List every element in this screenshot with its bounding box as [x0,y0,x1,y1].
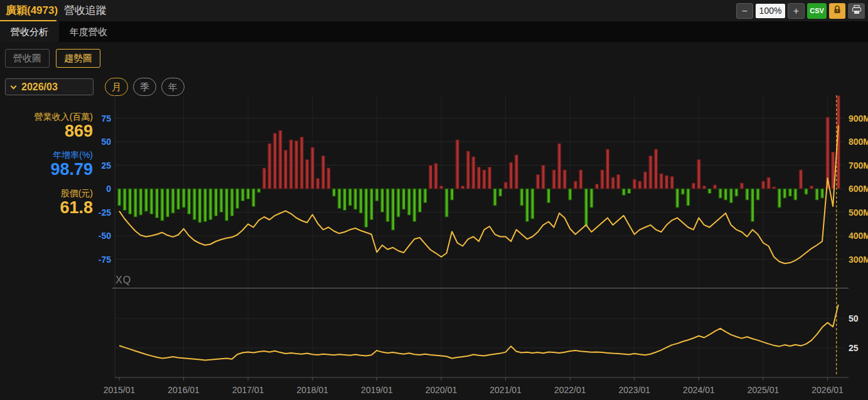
bar-negative [193,189,196,220]
right-axis-labels: 900M800M700M600M500M400M300M [849,113,868,265]
bar-negative [687,189,690,206]
bar-positive [773,187,776,189]
svg-text:2020/01: 2020/01 [426,385,458,395]
svg-text:-50: -50 [99,231,111,241]
svg-text:2022/01: 2022/01 [554,385,586,395]
bar-negative [252,189,255,207]
svg-text:500M: 500M [849,208,868,218]
svg-text:300M: 300M [849,255,868,265]
bar-positive [713,185,716,189]
bar-positive [295,141,298,189]
bar-negative [176,189,179,209]
bar-negative [117,189,121,206]
bar-positive [761,181,764,189]
bar-negative [203,189,206,222]
svg-text:25: 25 [849,343,859,353]
bar-positive [316,179,319,189]
bar-positive [702,186,705,189]
bar-positive [638,181,641,189]
svg-text:50: 50 [101,137,111,147]
bar-positive [660,174,663,189]
bar-negative [622,189,625,196]
bar-positive [579,170,582,189]
bar-positive [606,149,609,189]
bar-positive [510,162,513,189]
bar-positive [268,144,271,189]
bar-positive [654,149,657,189]
bar-positive [767,177,770,189]
svg-text:2016/01: 2016/01 [168,385,200,395]
svg-text:2023/01: 2023/01 [618,385,650,395]
svg-text:2025/01: 2025/01 [747,385,780,395]
bar-negative [402,189,405,209]
bar-negative [746,189,749,200]
svg-text:2021/01: 2021/01 [490,385,522,395]
bar-negative [424,189,427,203]
bar-negative [161,189,164,221]
bar-negative [380,189,383,213]
bar-negative [171,189,174,213]
bar-positive [300,137,303,189]
bar-positive [327,168,330,189]
bar-negative [155,189,158,218]
bar-positive [456,140,459,189]
bar-positive [279,130,282,189]
bar-negative [735,189,738,196]
bar-negative [820,189,823,198]
bar-negative [708,189,711,194]
bar-negative [778,189,781,208]
bar-negative [365,189,368,228]
svg-text:600M: 600M [849,184,868,194]
svg-text:2017/01: 2017/01 [232,385,264,395]
bar-positive [617,175,620,189]
bar-positive [692,183,695,189]
bar-positive [536,175,539,189]
bar-negative [225,189,228,221]
bar-negative [257,189,260,192]
bar-negative [724,189,727,200]
bar-negative [230,189,233,216]
svg-text:-75: -75 [99,255,111,265]
bar-positive [466,151,469,189]
bar-negative [729,189,732,203]
bar-negative [815,189,818,200]
svg-text:0: 0 [106,184,111,194]
bar-negative [123,189,126,211]
bar-negative [681,189,684,194]
bar-negative [332,189,335,196]
bar-positive [429,166,432,189]
bar-negative [569,189,572,200]
bar-negative [214,189,217,216]
bar-negative [783,189,786,198]
bar-positive [665,176,668,189]
bar-negative [407,189,410,215]
bar-positive [611,177,614,189]
bar-positive [799,170,802,189]
bar-negative [166,189,169,217]
bar-negative [794,189,797,200]
bar-negative [413,189,416,222]
bar-negative [241,189,244,201]
svg-text:400M: 400M [849,231,868,241]
bar-positive [810,186,813,189]
bar-negative [375,189,378,201]
bar-negative [343,189,346,211]
bar-negative [247,189,250,199]
bar-positive [595,184,598,189]
bar-positive [558,144,561,189]
svg-text:2019/01: 2019/01 [361,385,393,395]
bar-negative [520,189,523,206]
bar-negative [198,189,201,223]
bar-positive [477,167,480,189]
yoy-bars [117,96,840,230]
bar-negative [676,189,679,208]
bar-positive [504,182,507,189]
bar-negative [498,189,501,196]
svg-text:2024/01: 2024/01 [683,385,715,395]
price-line [119,305,839,361]
bar-positive [515,155,518,189]
trend-chart[interactable]: 7550250-25-50-75900M800M700M600M500M400M… [0,0,868,400]
bar-positive [284,150,287,189]
svg-text:-25: -25 [99,208,111,218]
bar-negative [584,189,587,226]
